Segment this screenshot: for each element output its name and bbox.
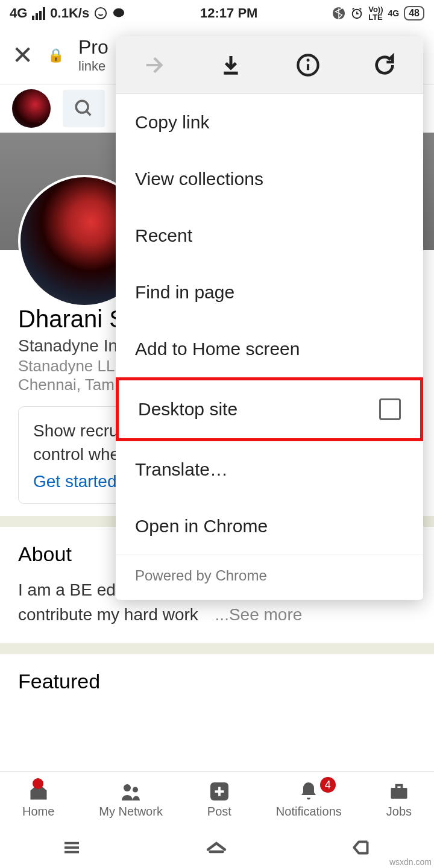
status-bar: 4G 0.1K/s 12:17 PM Vo))LTE 4G 48 xyxy=(0,0,434,27)
notif-badge: 4 xyxy=(320,777,336,793)
search-icon xyxy=(74,98,94,119)
recent-apps-icon[interactable] xyxy=(61,837,83,858)
chat-icon xyxy=(112,7,125,20)
svg-point-10 xyxy=(306,58,309,61)
battery-indicator: 48 xyxy=(404,6,424,20)
net2-label: 4G xyxy=(388,8,400,18)
clock: 12:17 PM xyxy=(200,5,257,21)
menu-view-collections[interactable]: View collections xyxy=(116,151,423,207)
menu-add-home[interactable]: Add to Home screen xyxy=(116,321,423,377)
svg-rect-8 xyxy=(391,788,407,799)
signal-icon xyxy=(32,7,45,20)
nav-network[interactable]: My Network xyxy=(99,781,163,819)
see-more-link[interactable]: ...See more xyxy=(201,605,302,624)
nav-notifications[interactable]: 4 Notifications xyxy=(276,781,342,819)
lock-icon: 🔒 xyxy=(48,48,64,63)
menu-find-in-page[interactable]: Find in page xyxy=(116,264,423,321)
system-nav xyxy=(0,827,434,868)
page-url: linke xyxy=(78,58,108,74)
plus-icon xyxy=(209,781,230,802)
download-icon[interactable] xyxy=(219,53,243,77)
home-system-icon[interactable] xyxy=(204,835,229,860)
data-speed: 0.1K/s xyxy=(50,5,89,21)
menu-desktop-site[interactable]: Desktop site xyxy=(116,377,423,441)
watermark: wsxdn.com xyxy=(389,857,432,867)
bell-icon xyxy=(298,781,319,802)
reload-icon[interactable] xyxy=(373,53,397,77)
nav-home[interactable]: Home xyxy=(22,781,54,819)
menu-recent[interactable]: Recent xyxy=(116,207,423,264)
briefcase-icon xyxy=(388,781,410,802)
bottom-nav: Home My Network Post 4 Notifications Job… xyxy=(0,772,434,827)
featured-heading: Featured xyxy=(18,670,416,693)
search-input[interactable] xyxy=(63,90,105,127)
url-area[interactable]: Pro linke xyxy=(78,36,108,74)
back-icon[interactable] xyxy=(350,836,373,859)
svg-point-4 xyxy=(76,101,88,113)
nav-jobs-label: Jobs xyxy=(386,805,412,819)
bluetooth-icon xyxy=(332,7,345,20)
people-icon xyxy=(120,781,142,802)
status-left: 4G 0.1K/s xyxy=(10,5,125,21)
desktop-site-checkbox[interactable] xyxy=(379,398,401,420)
recruit-cta[interactable]: Get started xyxy=(33,472,117,491)
info-icon[interactable] xyxy=(296,53,320,77)
svg-point-5 xyxy=(124,784,131,791)
nav-home-label: Home xyxy=(22,805,54,819)
status-right: Vo))LTE 4G 48 xyxy=(332,5,424,21)
menu-copy-link[interactable]: Copy link xyxy=(116,94,423,151)
volte-label: Vo))LTE xyxy=(368,5,383,21)
whatsapp-icon xyxy=(94,7,107,20)
svg-point-0 xyxy=(95,8,106,19)
divider xyxy=(0,643,434,654)
close-icon[interactable]: ✕ xyxy=(12,40,33,70)
menu-top-row xyxy=(116,36,423,94)
menu-open-chrome[interactable]: Open in Chrome xyxy=(116,498,423,555)
menu-footer: Powered by Chrome xyxy=(116,555,423,600)
svg-point-6 xyxy=(133,787,138,793)
menu-translate[interactable]: Translate… xyxy=(116,441,423,498)
featured-section: Featured xyxy=(0,654,434,712)
nav-notifications-label: Notifications xyxy=(276,805,342,819)
nav-post[interactable]: Post xyxy=(207,781,231,819)
nav-network-label: My Network xyxy=(99,805,163,819)
avatar-small[interactable] xyxy=(12,89,51,128)
alarm-icon xyxy=(350,7,363,20)
forward-icon[interactable] xyxy=(142,53,166,77)
svg-point-1 xyxy=(113,8,124,17)
chrome-menu: Copy link View collections Recent Find i… xyxy=(116,36,423,600)
page-title: Pro xyxy=(78,36,108,58)
network-type: 4G xyxy=(10,5,27,21)
nav-jobs[interactable]: Jobs xyxy=(386,781,412,819)
nav-post-label: Post xyxy=(207,805,231,819)
